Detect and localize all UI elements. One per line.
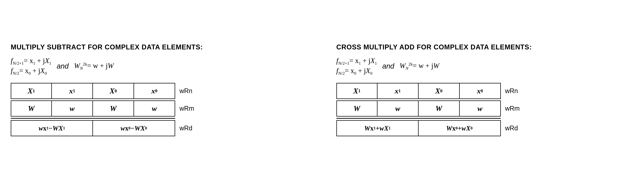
left-formula-and: and	[57, 62, 69, 70]
rf1-plus: + j	[361, 57, 370, 65]
left-cell-X0: X0	[93, 83, 134, 99]
right-formula-and: and	[382, 62, 394, 70]
rf2-eq: = x	[345, 67, 354, 75]
left-register-row-wRd: wx1 − WX1 wx0 − WX0 wRd	[11, 120, 308, 136]
f2-eq: = x	[19, 67, 28, 75]
left-label-wRd: wRd	[180, 124, 192, 132]
right-label-wRd: wRd	[505, 124, 518, 132]
rf1-sub: N/2+1	[338, 61, 350, 66]
left-section: MULTIPLY SUBTRACT FOR COMPLEX DATA ELEME…	[11, 43, 308, 138]
right-cell-x1: x1	[378, 83, 418, 99]
rf1-eq: = x	[349, 57, 359, 65]
left-cell-w1: w	[52, 100, 93, 117]
W-2k-sup: 2k	[83, 62, 87, 66]
right-wRm-cells: W w W w	[336, 100, 501, 117]
right-cell-X1: X1	[336, 83, 378, 99]
left-formula-line1: fN/2+1= x1 + jX1	[11, 56, 51, 66]
left-label-wRn: wRn	[180, 87, 192, 95]
f2-X-sub: 0	[45, 71, 47, 76]
right-register-group: X1 x1 X0 x0 wRn	[336, 83, 634, 138]
rf2-X-sub: 0	[370, 71, 372, 76]
rf2-plus: + j	[356, 67, 366, 75]
W-italic: W	[74, 62, 80, 70]
right-wRn-cells: X1 x1 X0 x0	[336, 83, 501, 99]
right-cell-wRd-1: Wx1 + wX1	[336, 120, 418, 136]
left-cell-x0: x0	[134, 83, 175, 99]
left-formula-line2: fN/2= x0 + jX0	[11, 66, 51, 76]
f2-x-sub: 0	[28, 71, 31, 76]
right-register-row-wRm: W w W w wRm	[336, 100, 634, 117]
rW-N-sub: N	[406, 66, 408, 71]
left-cell-x1: x1	[52, 83, 93, 99]
f1-plus: + j	[35, 57, 45, 65]
f1-italic: f	[11, 57, 13, 65]
f2-X: X	[40, 67, 44, 75]
left-formula-block: fN/2+1= x1 + jX1 fN/2= x0 + jX0 and WN2k…	[11, 56, 308, 76]
f1-X-sub: 1	[49, 61, 51, 66]
right-label-wRn: wRn	[505, 87, 518, 95]
left-cell-wRd-1: wx1 − WX1	[11, 120, 93, 136]
rf2-x-sub: 0	[354, 71, 356, 76]
right-cell-w1: w	[378, 100, 418, 117]
right-divider-row	[336, 118, 634, 119]
rf1-X-sub: 1	[375, 61, 377, 66]
right-cell-w2: w	[460, 100, 501, 117]
left-cell-W2: W	[93, 100, 134, 117]
right-wRd-cells: Wx1 + wX1 Wx0 + wX0	[336, 120, 501, 136]
right-cell-W1: W	[336, 100, 378, 117]
f1-x-sub: 1	[33, 61, 35, 66]
right-formula-line2: fN/2= x0 + jX0	[336, 66, 377, 76]
left-section-title: MULTIPLY SUBTRACT FOR COMPLEX DATA ELEME…	[11, 43, 308, 51]
left-wRn-cells: X1 x1 X0 x0	[11, 83, 175, 99]
rf1-X: X	[370, 57, 375, 65]
rf1-italic: f	[336, 57, 338, 65]
left-cell-X1: X1	[11, 83, 52, 99]
left-register-row-wRn: X1 x1 X0 x0 wRn	[11, 83, 308, 99]
right-formula-left: fN/2+1= x1 + jX1 fN/2= x0 + jX0	[336, 56, 377, 76]
rf2-sub: N/2	[338, 71, 345, 76]
rf2-X: X	[366, 67, 370, 75]
left-cell-w2: w	[134, 100, 175, 117]
f2-italic: f	[11, 67, 13, 75]
f1-sub: N/2+1	[13, 61, 24, 66]
rW-italic: W	[400, 62, 406, 70]
right-register-row-wRd: Wx1 + wX1 Wx0 + wX0 wRd	[336, 120, 634, 136]
right-cell-X0: X0	[418, 83, 460, 99]
left-wRd-cells: wx1 − WX1 wx0 − WX0	[11, 120, 175, 136]
right-label-wRm: wRm	[505, 105, 520, 112]
left-cell-W1: W	[11, 100, 52, 117]
rf2-italic: f	[336, 67, 338, 75]
left-label-wRm: wRm	[180, 105, 194, 112]
right-cell-x0: x0	[460, 83, 501, 99]
left-divider-row	[11, 118, 308, 119]
right-cell-W2: W	[418, 100, 460, 117]
left-register-row-wRm: W w W w wRm	[11, 100, 308, 117]
left-cell-wRd-2: wx0 − WX0	[93, 120, 175, 136]
right-cell-wRd-2: Wx0 + wX0	[418, 120, 501, 136]
f2-plus: + j	[31, 67, 40, 75]
f1-X: X	[45, 57, 49, 65]
left-divider-line	[11, 118, 175, 119]
rW-eq: = w + j	[413, 62, 433, 70]
right-divider-line	[336, 118, 501, 119]
rf1-x-sub: 1	[359, 61, 361, 66]
right-register-row-wRn: X1 x1 X0 x0 wRn	[336, 83, 634, 99]
right-section-title: CROSS MULTIPLY ADD FOR COMPLEX DATA ELEM…	[336, 43, 634, 51]
W-eq: = w + j	[87, 62, 108, 70]
right-formula-line1: fN/2+1= x1 + jX1	[336, 56, 377, 66]
left-formula-right: WN2k= w + jW	[74, 61, 114, 71]
right-formula-block: fN/2+1= x1 + jX1 fN/2= x0 + jX0 and WN2k…	[336, 56, 634, 76]
right-section: CROSS MULTIPLY ADD FOR COMPLEX DATA ELEM…	[336, 43, 634, 138]
left-formula-left: fN/2+1= x1 + jX1 fN/2= x0 + jX0	[11, 56, 51, 76]
W-N-sub: N	[80, 66, 83, 71]
f2-sub: N/2	[13, 71, 19, 76]
left-wRm-cells: W w W w	[11, 100, 175, 117]
W-jW: W	[108, 62, 114, 70]
rW-2k-sup: 2k	[408, 62, 413, 66]
page-container: MULTIPLY SUBTRACT FOR COMPLEX DATA ELEME…	[11, 43, 633, 138]
right-formula-right: WN2k= w + jW	[400, 61, 439, 71]
f1-eq: = x	[24, 57, 33, 65]
left-register-group: X1 x1 X0 x0 wRn	[11, 83, 308, 138]
rW-jW: W	[433, 62, 439, 70]
